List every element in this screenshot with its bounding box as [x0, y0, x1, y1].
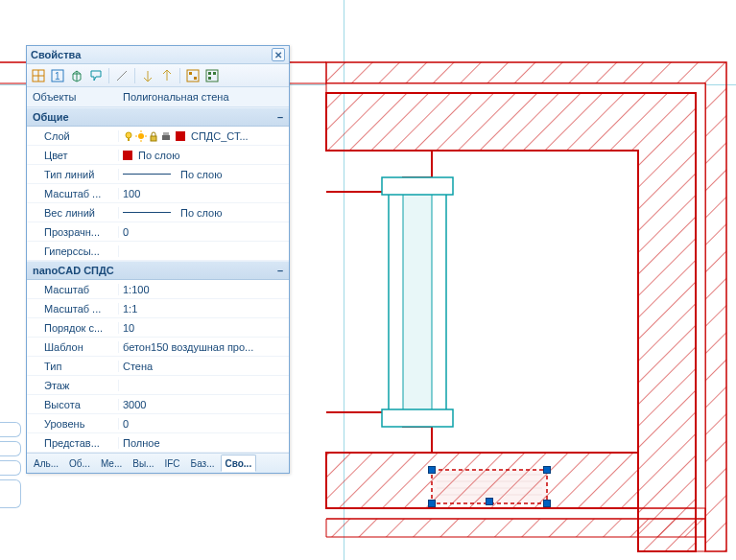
numeric-mode-icon[interactable]: 1 — [49, 67, 66, 84]
grid-toggle-icon[interactable] — [30, 67, 47, 84]
color-swatch — [123, 151, 132, 160]
category-label: nanoCAD СПДС — [33, 265, 114, 276]
property-row[interactable]: Гиперссы... — [27, 242, 289, 261]
pattern-a-icon[interactable] — [184, 67, 202, 84]
category-header[interactable]: nanoCAD СПДС– — [27, 261, 289, 280]
property-label: Тип — [27, 361, 119, 372]
property-row[interactable]: ТипСтена — [27, 357, 289, 376]
toolbar-separator — [134, 68, 135, 83]
toolbar-separator — [179, 68, 180, 83]
property-value[interactable]: По слою — [119, 150, 289, 161]
property-label: Представ... — [27, 437, 119, 449]
cube-icon[interactable] — [68, 67, 85, 84]
object-value[interactable]: Полигональная стена — [119, 88, 289, 105]
property-label: Прозрачн... — [27, 226, 119, 238]
diagonal-icon[interactable] — [113, 67, 131, 84]
print-icon — [160, 130, 172, 142]
arrow-down-icon[interactable] — [139, 67, 156, 84]
property-value[interactable]: 0 — [119, 226, 289, 238]
svg-rect-17 — [187, 70, 199, 82]
svg-point-24 — [126, 132, 131, 138]
property-row[interactable]: Прозрачн...0 — [27, 222, 289, 242]
svg-rect-25 — [128, 138, 130, 141]
property-label: Масштаб — [27, 284, 119, 295]
line-sample — [123, 212, 171, 213]
panel-tab[interactable]: Об... — [64, 455, 95, 472]
panel-titlebar[interactable]: Свойства ✕ — [27, 46, 289, 64]
grip-handle[interactable] — [543, 466, 551, 474]
property-value-text: По слою — [180, 169, 223, 180]
property-row[interactable]: ЦветПо слою — [27, 146, 289, 165]
properties-panel: Свойства ✕ 1 — [26, 45, 290, 474]
lock-icon — [148, 130, 159, 142]
svg-rect-22 — [213, 72, 216, 75]
property-value[interactable]: Полное — [119, 437, 289, 449]
svg-rect-9 — [382, 409, 453, 427]
pattern-b-icon[interactable] — [203, 67, 221, 84]
property-label: Слой — [27, 130, 119, 142]
panel-tab[interactable]: Аль... — [29, 455, 63, 472]
sun-icon — [135, 130, 147, 142]
property-label: Высота — [27, 399, 119, 410]
property-label: Этаж — [27, 380, 119, 391]
property-row[interactable]: Уровень0 — [27, 414, 289, 433]
property-value[interactable]: 3000 — [119, 399, 289, 410]
object-label: Объекты — [27, 91, 119, 103]
panel-tab[interactable]: IFC — [159, 455, 184, 472]
property-row[interactable]: Масштаб1:100 — [27, 280, 289, 299]
property-row[interactable]: Тип линийПо слою — [27, 165, 289, 184]
highlight-icon[interactable] — [87, 67, 105, 84]
grip-handle[interactable] — [428, 500, 436, 507]
property-value[interactable]: По слою — [119, 207, 289, 219]
property-value-text: СПДС_СТ... — [191, 130, 249, 142]
property-value[interactable]: 1:100 — [119, 284, 289, 295]
panel-tabs: Аль...Об...Ме...Вы...IFCБаз...Сво... — [27, 453, 289, 473]
property-value[interactable]: Стена — [119, 361, 289, 372]
property-row[interactable]: Высота3000 — [27, 395, 289, 414]
grip-handle[interactable] — [486, 498, 493, 505]
property-row[interactable]: Вес линийПо слою — [27, 203, 289, 222]
property-value[interactable]: По слою — [119, 169, 289, 180]
property-value-text: бетон150 воздушная про... — [123, 341, 253, 353]
svg-text:1: 1 — [55, 71, 60, 82]
svg-rect-23 — [208, 77, 211, 80]
svg-rect-8 — [382, 177, 453, 195]
property-value-text: 1:100 — [123, 284, 150, 295]
panel-tab[interactable]: Баз... — [186, 455, 220, 472]
grip-handle[interactable] — [428, 466, 436, 474]
panel-tab[interactable]: Вы... — [128, 455, 158, 472]
property-value-text: 10 — [123, 322, 134, 334]
panel-toolbar: 1 — [27, 64, 289, 87]
svg-rect-4 — [389, 192, 446, 412]
property-value[interactable]: 0 — [119, 418, 289, 430]
property-row[interactable]: Шаблонбетон150 воздушная про... — [27, 338, 289, 357]
property-row[interactable]: СлойСПДС_СТ... — [27, 127, 289, 146]
collapse-icon[interactable]: – — [277, 265, 283, 276]
property-row[interactable]: Представ...Полное — [27, 433, 289, 453]
property-label: Уровень — [27, 418, 119, 430]
panel-tab[interactable]: Сво... — [221, 455, 257, 472]
property-row[interactable]: Порядок с...10 — [27, 318, 289, 338]
close-icon[interactable]: ✕ — [272, 48, 285, 61]
svg-rect-19 — [194, 77, 197, 80]
category-header[interactable]: Общие– — [27, 107, 289, 127]
property-value[interactable]: 10 — [119, 322, 289, 334]
property-value[interactable]: СПДС_СТ... — [119, 130, 289, 142]
object-type-row[interactable]: Объекты Полигональная стена — [27, 87, 289, 107]
property-value-text: По слою — [180, 207, 223, 219]
property-value[interactable]: 1:1 — [119, 303, 289, 315]
property-value[interactable]: 100 — [119, 188, 289, 199]
panel-tab[interactable]: Ме... — [96, 455, 127, 472]
collapse-icon[interactable]: – — [277, 111, 283, 123]
property-value-text: 1:1 — [123, 303, 137, 315]
grip-handle[interactable] — [543, 500, 551, 507]
svg-rect-32 — [162, 135, 170, 140]
arrow-up-icon[interactable] — [158, 67, 176, 84]
property-value-text: Стена — [123, 361, 153, 372]
property-row[interactable]: Этаж — [27, 376, 289, 395]
property-row[interactable]: Масштаб ...100 — [27, 184, 289, 203]
property-value-text: Полное — [123, 437, 160, 449]
property-row[interactable]: Масштаб ...1:1 — [27, 299, 289, 318]
property-value[interactable]: бетон150 воздушная про... — [119, 341, 289, 353]
property-label: Порядок с... — [27, 322, 119, 334]
